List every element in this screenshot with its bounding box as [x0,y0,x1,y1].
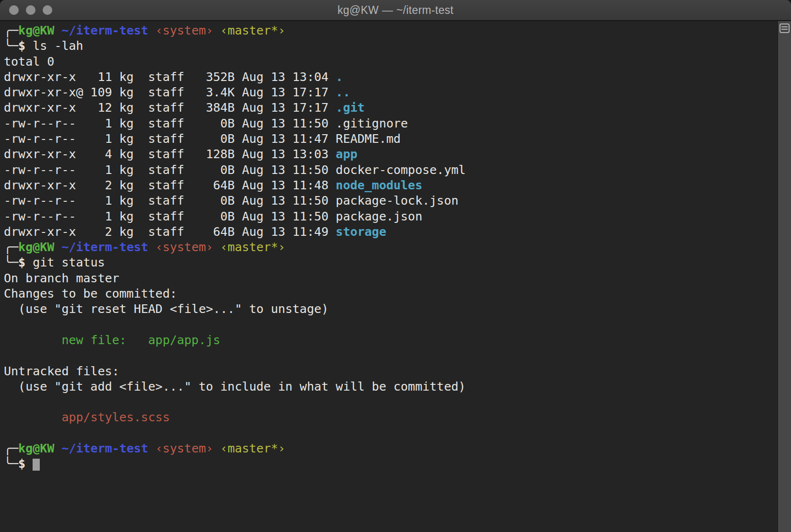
file-name: .gitignore [336,116,408,130]
block-cursor [33,459,40,471]
terminal-line: ╭─kg@KW ~/iterm-test ‹system› ‹master*› [4,23,778,38]
file-meta: drwxr-xr-x 12 kg staff 384B Aug 13 17:17 [4,101,336,115]
text-segment [54,23,61,37]
terminal-window: kg@KW — ~/iterm-test ╭─kg@KW ~/iterm-tes… [0,0,791,532]
file-meta: drwxr-xr-x 2 kg staff 64B Aug 13 11:49 [4,225,336,239]
text-segment [148,23,155,37]
prompt-frame-bottom: ╰─ [4,457,18,471]
terminal-line: ╰─$ ls -lah [4,38,778,54]
text-segment [213,441,221,455]
file-meta: -rw-r--r-- 1 kg staff 0B Aug 13 11:50 [4,116,336,130]
terminal-line: drwxr-xr-x@ 109 kg staff 3.4K Aug 13 17:… [4,85,778,100]
git-status-text: Changes to be committed: [4,287,177,301]
terminal-line: drwxr-xr-x 2 kg staff 64B Aug 13 11:48 n… [4,178,778,193]
prompt-context: ‹system› [155,240,213,254]
git-status-hint: (use "git reset HEAD <file>..." to unsta… [4,302,328,316]
ls-total: total 0 [4,55,54,69]
prompt-symbol: $ [18,255,25,269]
close-button[interactable] [9,5,19,15]
terminal-line: ╰─$ git status [4,255,778,270]
prompt-user-host: kg@KW [18,23,54,37]
prompt-frame-top: ╭─ [4,441,18,455]
prompt-path: ~/iterm-test [61,441,148,455]
prompt-context: ‹system› [155,441,213,455]
text-segment [25,457,33,471]
terminal-line: (use "git add <file>..." to include in w… [4,379,778,394]
prompt-symbol: $ [18,39,25,53]
git-untracked-file: app/styles.scss [61,410,170,424]
scrollbar-marker-icon[interactable] [779,23,790,33]
command-text: ls -lah [25,39,83,53]
terminal-line: drwxr-xr-x 4 kg staff 128B Aug 13 13:03 … [4,147,778,162]
prompt-git-branch: ‹master*› [221,441,285,455]
file-meta: -rw-r--r-- 1 kg staff 0B Aug 13 11:47 [4,132,336,146]
marker-line [781,26,788,27]
dir-name: . [336,70,343,84]
terminal-line: new file: app/app.js [4,333,778,348]
marker-line [781,29,788,30]
indent [4,410,61,424]
prompt-frame-bottom: ╰─ [4,39,18,53]
file-meta: -rw-r--r-- 1 kg staff 0B Aug 13 11:50 [4,209,336,223]
terminal-line [4,348,778,363]
dir-name: node_modules [336,178,422,192]
terminal-screen[interactable]: ╭─kg@KW ~/iterm-test ‹system› ‹master*›╰… [0,21,778,532]
scrollbar[interactable] [778,21,791,532]
file-meta: drwxr-xr-x@ 109 kg staff 3.4K Aug 13 17:… [4,85,336,99]
file-meta: -rw-r--r-- 1 kg staff 0B Aug 13 11:50 [4,163,336,177]
git-status-hint: (use "git add <file>..." to include in w… [4,380,465,393]
terminal-line: -rw-r--r-- 1 kg staff 0B Aug 13 11:50 pa… [4,193,778,208]
git-staged-file: new file: app/app.js [61,333,220,347]
traffic-lights [9,0,52,20]
prompt-frame-top: ╭─ [4,240,18,254]
terminal-line: On branch master [4,271,778,286]
terminal-line: ╰─$ [4,456,778,472]
terminal-line: ╭─kg@KW ~/iterm-test ‹system› ‹master*› [4,240,778,255]
file-name: docker-compose.yml [336,163,465,177]
file-name: package-lock.json [336,194,458,208]
minimize-button[interactable] [26,5,35,15]
terminal-line [4,426,778,441]
terminal-line: drwxr-xr-x 12 kg staff 384B Aug 13 17:17… [4,100,778,116]
terminal-line: Changes to be committed: [4,286,778,301]
terminal-line: Untracked files: [4,364,778,379]
terminal-line: -rw-r--r-- 1 kg staff 0B Aug 13 11:50 do… [4,162,778,178]
terminal-line: drwxr-xr-x 2 kg staff 64B Aug 13 11:49 s… [4,224,778,240]
terminal-line [4,394,778,410]
terminal-line: (use "git reset HEAD <file>..." to unsta… [4,301,778,317]
terminal-line: -rw-r--r-- 1 kg staff 0B Aug 13 11:50 pa… [4,209,778,224]
terminal-line: app/styles.scss [4,410,778,425]
dir-name: storage [336,225,386,239]
terminal-line: -rw-r--r-- 1 kg staff 0B Aug 13 11:50 .g… [4,116,778,131]
prompt-context: ‹system› [155,23,213,37]
command-text: git status [25,255,105,269]
dir-name: app [336,147,357,161]
file-name: package.json [336,209,422,223]
file-name: README.md [336,132,400,146]
text-segment [148,240,155,254]
dir-name: .git [336,101,364,115]
prompt-git-branch: ‹master*› [221,240,285,254]
git-status-text: On branch master [4,271,119,285]
file-meta: drwxr-xr-x 4 kg staff 128B Aug 13 13:03 [4,147,336,161]
zoom-button[interactable] [43,5,52,15]
dir-name: .. [336,85,350,99]
prompt-frame-top: ╭─ [4,23,18,37]
git-status-text: Untracked files: [4,364,119,378]
terminal-line: -rw-r--r-- 1 kg staff 0B Aug 13 11:47 RE… [4,131,778,147]
titlebar[interactable]: kg@KW — ~/iterm-test [0,0,791,21]
terminal-line: drwxr-xr-x 11 kg staff 352B Aug 13 13:04… [4,69,778,85]
terminal-line [4,317,778,333]
file-meta: drwxr-xr-x 11 kg staff 352B Aug 13 13:04 [4,70,336,84]
window-title: kg@KW — ~/iterm-test [337,4,454,17]
prompt-git-branch: ‹master*› [221,23,285,37]
prompt-path: ~/iterm-test [61,23,148,37]
text-segment [54,441,61,455]
prompt-frame-bottom: ╰─ [4,255,18,269]
file-meta: -rw-r--r-- 1 kg staff 0B Aug 13 11:50 [4,194,336,208]
terminal-area: ╭─kg@KW ~/iterm-test ‹system› ‹master*›╰… [0,21,791,532]
text-segment [213,23,221,37]
file-meta: drwxr-xr-x 2 kg staff 64B Aug 13 11:48 [4,178,336,192]
prompt-user-host: kg@KW [18,240,54,254]
prompt-user-host: kg@KW [18,441,54,455]
